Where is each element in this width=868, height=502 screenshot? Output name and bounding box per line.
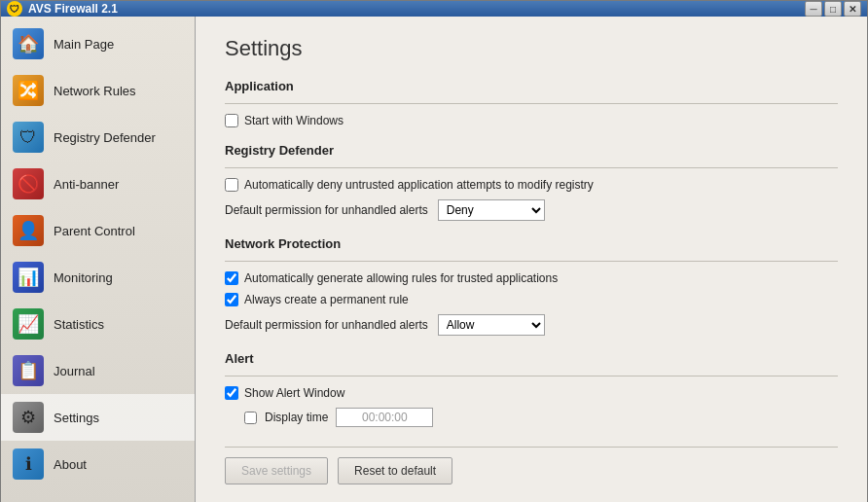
auto-allow-label: Automatically generate allowing rules fo… xyxy=(244,271,558,285)
sidebar: 🏠 Main Page 🔀 Network Rules 🛡 Registry D… xyxy=(1,17,196,502)
display-time-input[interactable] xyxy=(336,408,433,427)
auto-deny-label: Automatically deny untrusted application… xyxy=(244,178,594,192)
sidebar-item-monitoring[interactable]: 📊 Monitoring xyxy=(1,254,195,301)
network-rules-icon: 🔀 xyxy=(13,75,44,106)
display-time-checkbox[interactable] xyxy=(244,412,257,424)
display-time-label: Display time xyxy=(265,411,328,424)
network-default-permission-label: Default permission for unhandled alerts xyxy=(225,318,428,332)
network-protection-divider xyxy=(225,261,838,262)
sidebar-label-statistics: Statistics xyxy=(54,317,104,332)
footer-buttons: Save settings Reset to default xyxy=(225,447,838,484)
sidebar-item-anti-banner[interactable]: 🚫 Anti-banner xyxy=(1,161,195,207)
start-with-windows-label: Start with Windows xyxy=(244,114,344,127)
application-divider xyxy=(225,103,838,104)
content-area: Settings Application Start with Windows … xyxy=(196,17,867,502)
title-bar: 🛡 AVS Firewall 2.1 ─ □ ✕ xyxy=(1,1,867,17)
settings-icon: ⚙ xyxy=(13,402,44,433)
registry-default-permission-select[interactable]: Deny Allow Ask xyxy=(438,199,545,221)
registry-defender-section-title: Registry Defender xyxy=(225,143,838,158)
sidebar-label-network-rules: Network Rules xyxy=(54,84,136,98)
statistics-icon: 📈 xyxy=(13,308,44,340)
sidebar-label-settings: Settings xyxy=(54,411,99,425)
sidebar-label-monitoring: Monitoring xyxy=(54,270,113,285)
sidebar-label-main-page: Main Page xyxy=(54,37,114,52)
reset-to-default-button[interactable]: Reset to default xyxy=(338,457,452,484)
title-bar-left: 🛡 AVS Firewall 2.1 xyxy=(7,1,118,17)
sidebar-label-parent-control: Parent Control xyxy=(54,224,135,238)
main-content: 🏠 Main Page 🔀 Network Rules 🛡 Registry D… xyxy=(1,17,867,502)
journal-icon: 📋 xyxy=(13,355,44,386)
start-with-windows-row: Start with Windows xyxy=(225,114,838,127)
auto-allow-row: Automatically generate allowing rules fo… xyxy=(225,271,838,285)
show-alert-row: Show Alert Window xyxy=(225,386,838,400)
registry-defender-icon: 🛡 xyxy=(13,122,44,153)
auto-deny-checkbox[interactable] xyxy=(225,178,238,192)
sidebar-label-anti-banner: Anti-banner xyxy=(54,177,119,192)
registry-defender-divider xyxy=(225,167,838,168)
app-icon: 🛡 xyxy=(7,1,22,17)
auto-deny-row: Automatically deny untrusted application… xyxy=(225,178,838,192)
sidebar-item-registry-defender[interactable]: 🛡 Registry Defender xyxy=(1,114,195,161)
sidebar-label-journal: Journal xyxy=(54,364,95,378)
sidebar-item-network-rules[interactable]: 🔀 Network Rules xyxy=(1,67,195,114)
permanent-rule-checkbox[interactable] xyxy=(225,293,238,306)
registry-defender-section: Registry Defender Automatically deny unt… xyxy=(225,143,838,221)
alert-divider xyxy=(225,376,838,376)
sidebar-label-about: About xyxy=(54,457,87,472)
application-section-title: Application xyxy=(225,79,838,93)
start-with-windows-checkbox[interactable] xyxy=(225,114,238,127)
sidebar-label-registry-defender: Registry Defender xyxy=(54,130,156,145)
close-button[interactable]: ✕ xyxy=(844,1,861,17)
network-protection-section: Network Protection Automatically generat… xyxy=(225,236,838,336)
sidebar-item-journal[interactable]: 📋 Journal xyxy=(1,347,195,394)
app-window: 🛡 AVS Firewall 2.1 ─ □ ✕ 🏠 Main Page 🔀 N… xyxy=(0,0,868,502)
show-alert-checkbox[interactable] xyxy=(225,386,238,400)
save-settings-button[interactable]: Save settings xyxy=(225,457,328,484)
alert-section-title: Alert xyxy=(225,351,838,366)
window-title: AVS Firewall 2.1 xyxy=(28,2,118,16)
maximize-button[interactable]: □ xyxy=(824,1,842,17)
minimize-button[interactable]: ─ xyxy=(805,1,822,17)
monitoring-icon: 📊 xyxy=(13,262,44,293)
sidebar-item-parent-control[interactable]: 👤 Parent Control xyxy=(1,207,195,254)
permanent-rule-row: Always create a permanent rule xyxy=(225,293,838,306)
page-title: Settings xyxy=(225,36,838,61)
sidebar-item-settings[interactable]: ⚙ Settings xyxy=(1,394,195,441)
parent-control-icon: 👤 xyxy=(13,215,44,246)
show-alert-label: Show Alert Window xyxy=(244,386,344,400)
window-controls: ─ □ ✕ xyxy=(805,1,861,17)
main-page-icon: 🏠 xyxy=(13,28,44,59)
application-section: Application Start with Windows xyxy=(225,79,838,127)
display-time-row: Display time xyxy=(244,408,838,427)
sidebar-item-about[interactable]: ℹ About xyxy=(1,441,195,487)
about-icon: ℹ xyxy=(13,448,44,480)
network-default-permission-select[interactable]: Allow Deny Ask xyxy=(438,314,545,336)
registry-default-permission-label: Default permission for unhandled alerts xyxy=(225,203,428,217)
sidebar-item-statistics[interactable]: 📈 Statistics xyxy=(1,301,195,347)
network-protection-section-title: Network Protection xyxy=(225,236,838,251)
network-default-permission-row: Default permission for unhandled alerts … xyxy=(225,314,838,336)
alert-section: Alert Show Alert Window Display time xyxy=(225,351,838,427)
registry-default-permission-row: Default permission for unhandled alerts … xyxy=(225,199,838,221)
auto-allow-checkbox[interactable] xyxy=(225,271,238,285)
sidebar-item-main-page[interactable]: 🏠 Main Page xyxy=(1,20,195,67)
permanent-rule-label: Always create a permanent rule xyxy=(244,293,409,306)
anti-banner-icon: 🚫 xyxy=(13,168,44,199)
